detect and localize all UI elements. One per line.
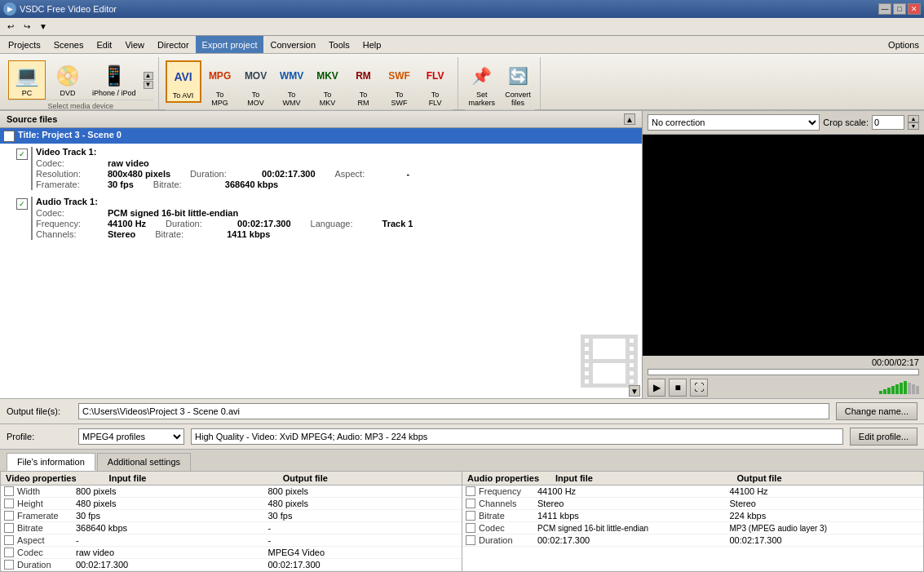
device-scroll-up[interactable]: ▲ [144, 72, 153, 80]
maximize-button[interactable]: □ [893, 3, 906, 15]
bitrate-a-checkbox[interactable] [466, 511, 475, 521]
menu-edit[interactable]: Edit [90, 36, 118, 53]
profile-select[interactable]: MPEG4 profiles H264 profiles [78, 428, 184, 445]
device-scroll-down[interactable]: ▼ [144, 81, 153, 89]
channels-a-checkbox[interactable] [466, 499, 475, 508]
source-panel-scroll-up[interactable]: ▲ [624, 113, 635, 125]
tab-files-information[interactable]: File's information [7, 453, 95, 471]
menu-conversion[interactable]: Conversion [263, 36, 322, 53]
width-checkbox[interactable] [4, 486, 14, 496]
stop-button[interactable]: ■ [669, 379, 687, 397]
channels-label: Channels: [36, 229, 101, 239]
bitrate-a-input: 1411 kbps [536, 511, 728, 521]
audio-codec-value: PCM signed 16-bit little-endian [108, 208, 238, 218]
channels-a-output: Stereo [728, 499, 921, 508]
table-row: Duration 00:02:17.300 00:02:17.300 [1, 559, 462, 571]
profile-quality-input[interactable] [191, 428, 843, 445]
device-pc-label: PC [22, 89, 33, 97]
format-flv-button[interactable]: FLV ToFLV [418, 60, 453, 109]
menu-director[interactable]: Director [151, 36, 196, 53]
framerate-label: Framerate: [36, 180, 101, 189]
format-mkv-button[interactable]: MKV ToMKV [311, 60, 345, 109]
menu-tools[interactable]: Tools [322, 36, 356, 53]
minimize-button[interactable]: — [878, 3, 891, 15]
height-output: 480 pixels [267, 499, 459, 508]
crop-scale-up[interactable]: ▲ [908, 115, 919, 122]
framerate-row-label: Framerate [17, 511, 74, 521]
aspect-checkbox[interactable] [4, 535, 14, 545]
language-value: Track 1 [382, 219, 413, 228]
audio-track-checkbox[interactable]: ✓ [16, 198, 28, 210]
convert-files-button[interactable]: 🔄 Convertfiles [501, 60, 535, 109]
aspect-label: Aspect: [335, 169, 400, 179]
undo-button[interactable]: ↩ [3, 20, 18, 34]
codec-checkbox[interactable] [4, 548, 14, 557]
aspect-row-label: Aspect [17, 535, 74, 545]
set-markers-button[interactable]: 📌 Setmarkers [465, 60, 500, 109]
wmv-icon: WMV [279, 63, 305, 89]
fullscreen-button[interactable]: ⛶ [690, 379, 708, 397]
close-button[interactable]: ✕ [908, 3, 921, 15]
freq-row-output: 44100 Hz [728, 486, 921, 496]
audio-track-item: ✓ Audio Track 1: Codec: PCM signed 16-bi… [16, 197, 635, 240]
resolution-value: 800x480 pixels [108, 169, 170, 179]
frequency-value: 44100 Hz [108, 219, 146, 228]
project-item[interactable]: ✓ Title: Project 3 - Scene 0 [0, 128, 642, 144]
set-markers-icon: 📌 [469, 63, 495, 89]
menu-view[interactable]: View [118, 36, 151, 53]
video-track-checkbox[interactable]: ✓ [16, 149, 28, 160]
format-mov-button[interactable]: MOV ToMOV [239, 60, 273, 109]
crop-scale-down[interactable]: ▼ [908, 122, 919, 130]
device-pc-button[interactable]: 💻 PC [8, 60, 46, 100]
redo-button[interactable]: ↪ [20, 20, 34, 34]
duration-a-checkbox[interactable] [466, 535, 475, 545]
format-swf-button[interactable]: SWF ToSWF [382, 60, 417, 109]
edit-profile-button[interactable]: Edit profile... [850, 428, 917, 446]
crop-scale-input[interactable] [872, 115, 904, 130]
format-wmv-button[interactable]: WMV ToWMV [275, 60, 309, 109]
format-avi-button[interactable]: AVI To AVI [166, 60, 201, 103]
video-track-title: Video Track 1: [36, 147, 635, 157]
format-mpg-button[interactable]: MPG ToMPG [203, 60, 237, 109]
format-rm-button[interactable]: RM ToRM [347, 60, 381, 109]
conversion-group: 📌 Setmarkers 🔄 Convertfiles Video conver… [460, 57, 542, 109]
device-iphone-button[interactable]: 📱 iPhone / iPod [90, 60, 139, 100]
quick-access-dropdown[interactable]: ▼ [36, 20, 51, 34]
preview-progress-bar[interactable] [648, 369, 919, 375]
height-checkbox[interactable] [4, 499, 14, 508]
table-row: Height 480 pixels 480 pixels [1, 498, 462, 510]
output-section: Output file(s): Change name... [0, 398, 924, 423]
aspect-row-input: - [74, 535, 267, 545]
play-button[interactable]: ▶ [648, 379, 665, 397]
source-panel-scroll-down[interactable]: ▼ [629, 385, 640, 397]
framerate-checkbox[interactable] [4, 511, 14, 521]
flv-icon: FLV [422, 63, 449, 89]
freq-checkbox[interactable] [466, 486, 475, 496]
change-name-button[interactable]: Change name... [836, 402, 917, 420]
audio-bitrate-value: 1411 kbps [227, 229, 270, 239]
device-iphone-label: iPhone / iPod [92, 89, 136, 97]
menu-scenes[interactable]: Scenes [47, 36, 91, 53]
menu-projects[interactable]: Projects [2, 36, 47, 53]
audio-track-title: Audio Track 1: [36, 197, 635, 206]
bitrate-label: Bitrate: [153, 180, 219, 189]
options-label[interactable]: Options [888, 40, 919, 50]
correction-select[interactable]: No correction [648, 114, 820, 131]
duration-row-label: Duration [17, 560, 74, 570]
table-row: Duration 00:02:17.300 00:02:17.300 [462, 534, 923, 547]
video-track-item: ✓ Video Track 1: Codec: raw video Resolu… [16, 147, 635, 190]
project-checkbox[interactable]: ✓ [3, 131, 15, 142]
mkv-icon: MKV [315, 63, 341, 89]
menu-help[interactable]: Help [356, 36, 388, 53]
menu-export-project[interactable]: Export project [196, 36, 264, 53]
pc-icon: 💻 [11, 63, 43, 89]
duration-checkbox[interactable] [4, 560, 14, 570]
table-row: Framerate 30 fps 30 fps [1, 510, 462, 522]
table-row: Bitrate 1411 kbps 224 kbps [462, 510, 923, 522]
bitrate-checkbox[interactable] [4, 523, 14, 533]
output-path-input[interactable] [78, 403, 829, 419]
codec-a-checkbox[interactable] [466, 523, 475, 533]
codec-a-label: Codec [479, 523, 536, 533]
tab-additional-settings[interactable]: Additional settings [97, 453, 191, 471]
device-dvd-button[interactable]: 📀 DVD [49, 60, 86, 100]
